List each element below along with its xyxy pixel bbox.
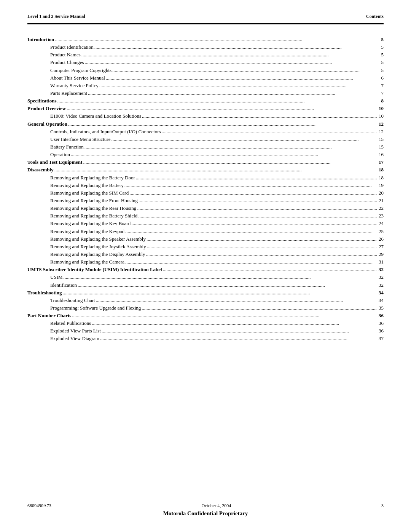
toc-entry-title: Controls, Indicators, and Input/Output (…	[50, 128, 161, 136]
toc-entry-title: Removing and Replacing the SIM Card	[50, 189, 129, 197]
toc-entry-dots: ........................................…	[81, 51, 380, 59]
toc-entry-title: Removing and Replacing the Camera	[50, 258, 124, 266]
toc-entry-page: 5	[381, 43, 384, 51]
toc-entry-dots: ........................................…	[125, 228, 377, 235]
toc-entry-dots: ........................................…	[163, 266, 377, 273]
toc-entry: Programming: Software Upgrade and Flexin…	[27, 304, 384, 312]
toc-entry-page: 8	[381, 97, 384, 105]
toc-entry-title: User Interface Menu Structure	[50, 136, 110, 143]
toc-entry-title: Product Identification	[50, 43, 94, 51]
toc-entry-page: 15	[379, 143, 384, 151]
toc-entry-dots: ........................................…	[78, 281, 377, 289]
toc-entry-title: Troubleshooting Chart	[50, 297, 95, 304]
header-right: Contents	[366, 14, 384, 19]
toc-entry-page: 32	[379, 281, 384, 289]
toc-entry: About This Service Manual ..............…	[27, 74, 384, 82]
toc-entry-title: E1000: Video Camera and Location Solutio…	[50, 112, 141, 120]
toc-entry-title: Removing and Replacing the Front Housing	[50, 197, 138, 204]
toc-entry-page: 36	[379, 320, 384, 327]
toc-entry-page: 20	[379, 189, 384, 197]
toc-entry-page: 23	[379, 212, 384, 220]
toc-entry: Removing and Replacing the Battery Door …	[27, 174, 384, 182]
toc-entry: Troubleshooting ........................…	[27, 289, 384, 297]
toc-entry: Battery Function .......................…	[27, 143, 384, 151]
toc-entry-dots: ........................................…	[57, 97, 380, 105]
toc-entry: Product Identification .................…	[27, 43, 384, 51]
toc-entry: Operation ..............................…	[27, 151, 384, 158]
toc-entry-page: 32	[379, 273, 384, 281]
toc-entry-dots: ........................................…	[106, 74, 380, 82]
toc-entry-title: Removing and Replacing the Battery	[50, 182, 124, 189]
toc-entry-dots: ........................................…	[71, 151, 377, 158]
toc-entry: Removing and Replacing the Joystick Asse…	[27, 243, 384, 251]
toc-entry: Removing and Replacing the Rear Housing …	[27, 204, 384, 212]
toc-entry-page: 5	[381, 36, 384, 43]
toc-entry-dots: ........................................…	[55, 36, 380, 43]
toc-entry: General Operation ......................…	[27, 120, 384, 128]
toc-entry-title: Identification	[50, 281, 77, 289]
toc-entry-title: Removing and Replacing the Battery Shiel…	[50, 212, 137, 220]
toc-entry-title: Product Overview	[27, 105, 66, 112]
toc-entry-title: Specifications	[27, 97, 57, 105]
toc-entry-dots: ........................................…	[94, 43, 380, 51]
toc-entry: Exploded View Parts List ...............…	[27, 327, 384, 335]
toc-entry-dots: ........................................…	[99, 82, 380, 89]
toc-entry-title: Disassembly	[27, 166, 54, 174]
toc-entry-title: Removing and Replacing the Joystick Asse…	[50, 243, 146, 251]
toc-entry-dots: ........................................…	[64, 273, 377, 281]
toc-entry-page: 36	[379, 327, 384, 335]
toc-entry: Product Names ..........................…	[27, 51, 384, 59]
toc-entry: Tools and Test Equipment ...............…	[27, 158, 384, 166]
toc-entry-title: Removing and Replacing the Display Assem…	[50, 251, 145, 258]
toc-entry-title: General Operation	[27, 120, 67, 128]
toc-entry: Identification .........................…	[27, 281, 384, 289]
footer-part-number: 6809490A73	[27, 503, 51, 509]
toc-entry-title: Exploded View Parts List	[50, 327, 101, 335]
toc-entry-title: Related Publications	[50, 320, 91, 327]
toc-entry-dots: ........................................…	[83, 158, 377, 166]
toc-entry: Troubleshooting Chart ..................…	[27, 297, 384, 304]
toc-entry-dots: ........................................…	[111, 136, 377, 143]
toc-entry-dots: ........................................…	[142, 112, 377, 120]
toc-entry-title: Product Names	[50, 51, 81, 59]
toc-entry: Product Overview .......................…	[27, 105, 384, 112]
toc-entry-title: Tools and Test Equipment	[27, 158, 82, 166]
toc-container: Introduction ...........................…	[0, 24, 411, 350]
toc-entry-dots: ........................................…	[136, 174, 377, 182]
toc-entry-dots: ........................................…	[129, 189, 377, 197]
footer-date: October 4, 2004	[202, 503, 231, 509]
toc-entry-page: 22	[379, 204, 384, 212]
toc-entry-dots: ........................................…	[146, 251, 378, 258]
toc-entry-dots: ........................................…	[112, 67, 379, 74]
toc-entry-title: Programming: Software Upgrade and Flexin…	[50, 304, 141, 312]
toc-entry-page: 5	[381, 51, 384, 59]
toc-entry-page: 17	[379, 158, 384, 166]
toc-entry-dots: ........................................…	[137, 204, 377, 212]
toc-entry-dots: ........................................…	[139, 197, 377, 204]
toc-entry-title: Removing and Replacing the Battery Door	[50, 174, 135, 182]
toc-entry-page: 5	[381, 67, 384, 74]
toc-entry-title: Removing and Replacing the Keypad	[50, 228, 124, 235]
toc-entry-title: USIM	[50, 273, 63, 281]
toc-entry-title: Exploded View Diagram	[50, 335, 99, 342]
footer-confidential: Motorola Confidential Proprietary	[163, 510, 248, 516]
toc-entry-dots: ........................................…	[54, 166, 377, 174]
toc-entry: Removing and Replacing the Battery Shiel…	[27, 212, 384, 220]
toc-entry-page: 27	[379, 243, 384, 251]
toc-entry-page: 10	[379, 105, 384, 112]
toc-entry: Removing and Replacing the Battery .....…	[27, 182, 384, 189]
toc-entry: UMTS Subscriber Identity Module (USIM) I…	[27, 266, 384, 273]
toc-entry-title: UMTS Subscriber Identity Module (USIM) I…	[27, 266, 162, 273]
toc-entry: Related Publications ...................…	[27, 320, 384, 327]
toc-entry-page: 15	[379, 136, 384, 143]
toc-entry: Removing and Replacing the Key Board ...…	[27, 220, 384, 227]
toc-entry-dots: ........................................…	[138, 212, 377, 220]
toc-entry: Disassembly ............................…	[27, 166, 384, 174]
toc-entry-dots: ........................................…	[142, 304, 377, 312]
toc-entry: E1000: Video Camera and Location Solutio…	[27, 112, 384, 120]
toc-entry-dots: ........................................…	[84, 59, 379, 66]
toc-entry-title: Removing and Replacing the Speaker Assem…	[50, 235, 146, 243]
toc-entry: Removing and Replacing the Front Housing…	[27, 197, 384, 204]
toc-entry: Exploded View Diagram ..................…	[27, 335, 384, 342]
toc-entry-page: 5	[381, 59, 384, 66]
